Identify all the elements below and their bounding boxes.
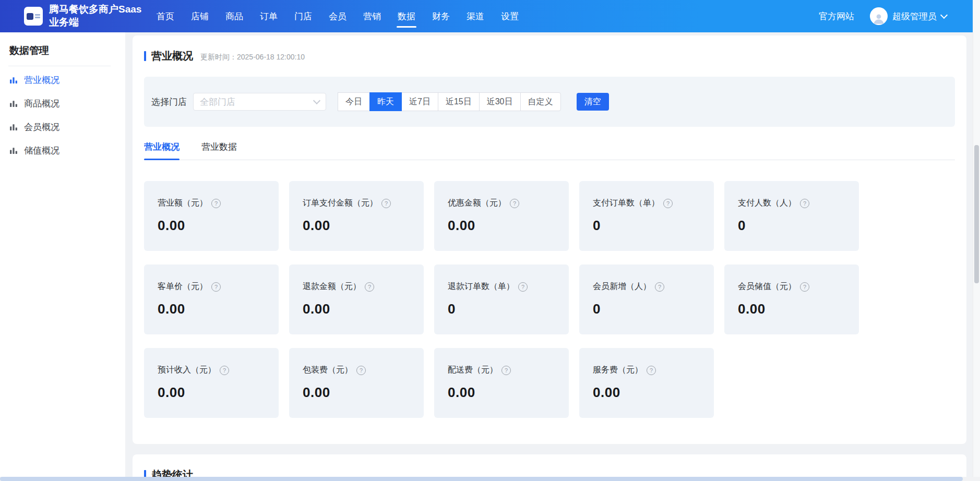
stat-value: 0 bbox=[593, 218, 700, 234]
help-icon[interactable] bbox=[381, 199, 391, 208]
date-range-button-label: 近30日 bbox=[487, 97, 513, 107]
nav-menu-item-label: 订单 bbox=[260, 10, 278, 22]
help-icon[interactable] bbox=[655, 282, 664, 292]
stat-tile: 会员储值（元） 0.00 bbox=[724, 264, 859, 334]
bar-chart-icon bbox=[9, 146, 18, 155]
nav-menu-item-label: 财务 bbox=[432, 10, 450, 22]
stat-value: 0.00 bbox=[158, 301, 265, 317]
stat-label: 包装费（元） bbox=[303, 365, 353, 376]
nav-menu-item[interactable]: 商品 bbox=[217, 0, 252, 32]
stat-label-row: 预计收入（元） bbox=[158, 365, 265, 376]
clear-button[interactable]: 清空 bbox=[577, 93, 609, 111]
help-icon[interactable] bbox=[647, 366, 656, 375]
help-icon[interactable] bbox=[365, 282, 374, 292]
updated-time-value: 2025-06-18 12:00:10 bbox=[237, 53, 305, 61]
stat-label: 退款金额（元） bbox=[303, 281, 361, 292]
person-icon bbox=[872, 11, 886, 25]
help-icon[interactable] bbox=[220, 366, 229, 375]
scrollbar-corner bbox=[973, 477, 980, 481]
help-icon[interactable] bbox=[800, 282, 809, 292]
stat-label: 优惠金额（元） bbox=[448, 198, 506, 209]
updated-time: 更新时间：2025-06-18 12:00:10 bbox=[200, 53, 305, 62]
section-header: 营业概况 更新时间：2025-06-18 12:00:10 bbox=[144, 49, 955, 63]
help-icon[interactable] bbox=[356, 366, 366, 375]
help-icon[interactable] bbox=[510, 199, 519, 208]
help-icon[interactable] bbox=[211, 199, 221, 208]
active-underline bbox=[397, 26, 416, 28]
user-menu[interactable]: 超级管理员 bbox=[870, 7, 947, 25]
nav-menu-item-label: 门店 bbox=[294, 10, 312, 22]
nav-menu-item[interactable]: 门店 bbox=[286, 0, 320, 32]
help-icon[interactable] bbox=[211, 282, 221, 292]
nav-menu-item[interactable]: 数据 bbox=[389, 0, 424, 32]
stat-label-row: 优惠金额（元） bbox=[448, 198, 555, 209]
overview-tab[interactable]: 营业数据 bbox=[201, 141, 237, 160]
date-range-button[interactable]: 近15日 bbox=[438, 92, 480, 111]
section-accent-bar bbox=[144, 51, 146, 61]
stat-tile: 支付订单数（单） 0 bbox=[579, 181, 714, 251]
nav-menu-item[interactable]: 会员 bbox=[320, 0, 355, 32]
overview-tab[interactable]: 营业概况 bbox=[144, 141, 180, 160]
stat-label: 会员储值（元） bbox=[738, 281, 796, 292]
nav-menu: 首页 店铺 商品 订单 门店 会员 营销 数据 bbox=[148, 0, 527, 32]
nav-menu-item-label: 店铺 bbox=[191, 10, 209, 22]
nav-menu-item-label: 商品 bbox=[225, 10, 243, 22]
stat-value: 0.00 bbox=[593, 384, 700, 401]
nav-menu-item[interactable]: 渠道 bbox=[458, 0, 493, 32]
horizontal-scrollbar-thumb[interactable] bbox=[0, 477, 963, 481]
stat-value: 0 bbox=[738, 218, 845, 234]
help-icon[interactable] bbox=[663, 199, 673, 208]
bar-chart-icon bbox=[9, 123, 18, 131]
sidebar-item-label: 会员概况 bbox=[24, 121, 59, 133]
nav-menu-item[interactable]: 设置 bbox=[493, 0, 527, 32]
help-icon[interactable] bbox=[501, 366, 511, 375]
nav-menu-item-label: 渠道 bbox=[467, 10, 484, 22]
stat-label-row: 包装费（元） bbox=[303, 365, 410, 376]
help-icon[interactable] bbox=[800, 199, 809, 208]
date-range-button[interactable]: 昨天 bbox=[369, 92, 402, 111]
sidebar-item[interactable]: 储值概况 bbox=[0, 139, 125, 162]
date-range-button[interactable]: 今日 bbox=[338, 92, 370, 111]
nav-menu-item[interactable]: 店铺 bbox=[183, 0, 217, 32]
brand-logo-icon bbox=[24, 7, 43, 26]
date-range-button[interactable]: 自定义 bbox=[520, 92, 561, 111]
sidebar-title: 数据管理 bbox=[0, 32, 125, 66]
official-site-link[interactable]: 官方网站 bbox=[819, 10, 854, 22]
vertical-scrollbar[interactable] bbox=[973, 0, 980, 477]
nav-menu-item[interactable]: 财务 bbox=[424, 0, 458, 32]
overview-tabs: 营业概况 营业数据 bbox=[144, 141, 955, 160]
sidebar: 数据管理 营业概况 商品概况 bbox=[0, 32, 125, 477]
stat-label-row: 客单价（元） bbox=[158, 281, 265, 292]
stat-label-row: 退款金额（元） bbox=[303, 281, 410, 292]
store-select[interactable]: 全部门店 bbox=[193, 93, 326, 111]
nav-menu-item[interactable]: 营销 bbox=[355, 0, 389, 32]
sidebar-item[interactable]: 商品概况 bbox=[0, 92, 125, 115]
nav-menu-item-label: 会员 bbox=[329, 10, 346, 22]
date-range-button[interactable]: 近7日 bbox=[401, 92, 438, 111]
top-nav: 腾马餐饮多商户Saas业务端 首页 店铺 商品 订单 门店 会员 营 bbox=[0, 0, 973, 32]
stat-tile: 优惠金额（元） 0.00 bbox=[434, 181, 569, 251]
sidebar-item[interactable]: 会员概况 bbox=[0, 115, 125, 139]
stat-tile: 订单支付金额（元） 0.00 bbox=[289, 181, 424, 251]
nav-menu-item[interactable]: 首页 bbox=[148, 0, 183, 32]
brand: 腾马餐饮多商户Saas业务端 bbox=[24, 3, 148, 29]
store-select-label: 选择门店 bbox=[151, 96, 187, 108]
stat-tile: 配送费（元） 0.00 bbox=[434, 348, 569, 418]
chevron-down-icon bbox=[313, 97, 320, 104]
nav-menu-item[interactable]: 订单 bbox=[252, 0, 286, 32]
vertical-scrollbar-thumb[interactable] bbox=[974, 145, 979, 283]
stat-value: 0 bbox=[593, 301, 700, 317]
stat-value: 0.00 bbox=[448, 218, 555, 234]
sidebar-item[interactable]: 营业概况 bbox=[0, 68, 125, 92]
nav-menu-item-label: 数据 bbox=[398, 10, 415, 22]
updated-time-label: 更新时间： bbox=[200, 53, 237, 61]
horizontal-scrollbar[interactable] bbox=[0, 477, 973, 481]
user-name: 超级管理员 bbox=[892, 10, 937, 22]
date-range-button[interactable]: 近30日 bbox=[479, 92, 521, 111]
bar-chart-icon bbox=[9, 99, 18, 108]
stat-value: 0.00 bbox=[303, 218, 410, 234]
stat-tile: 退款订单数（单） 0 bbox=[434, 264, 569, 334]
nav-menu-item-label: 首页 bbox=[157, 10, 174, 22]
help-icon[interactable] bbox=[518, 282, 528, 292]
sidebar-divider bbox=[8, 66, 111, 66]
